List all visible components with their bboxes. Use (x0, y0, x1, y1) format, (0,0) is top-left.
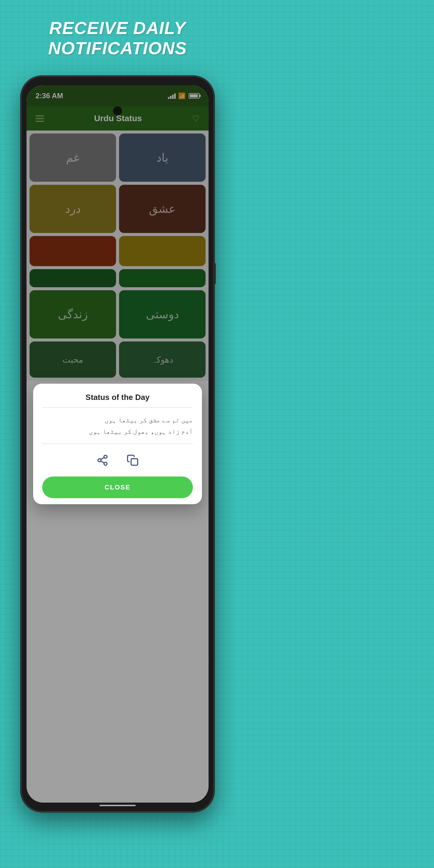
headline: RECEIVE DAILY NOTIFICATIONS (36, 18, 199, 58)
headline-line1: RECEIVE DAILY (49, 18, 186, 38)
dialog-divider-bottom (42, 444, 193, 444)
dialog-divider-top (42, 407, 193, 408)
dialog-action-icons (42, 451, 193, 469)
dialog-title: Status of the Day (42, 393, 193, 402)
svg-line-3 (101, 461, 104, 463)
svg-rect-5 (131, 459, 138, 465)
close-button[interactable]: CLOSE (42, 476, 193, 498)
svg-line-4 (101, 458, 104, 460)
overlay-backdrop: Status of the Day میں تم سے عشق کر بیٹھا… (27, 85, 209, 803)
copy-icon[interactable] (124, 451, 142, 469)
share-icon[interactable] (93, 451, 112, 469)
home-indicator (99, 805, 135, 806)
side-button (214, 263, 216, 284)
headline-line2: NOTIFICATIONS (48, 38, 187, 58)
dialog-urdu-text: میں تم سے عشق کر بیٹھا ہوں آدم زاد ہوں، … (42, 414, 193, 437)
phone-screen: 2:36 AM 📶 Urdu Status (27, 85, 209, 803)
status-of-day-dialog: Status of the Day میں تم سے عشق کر بیٹھا… (33, 384, 202, 504)
phone-mockup: 2:36 AM 📶 Urdu Status (21, 76, 214, 812)
